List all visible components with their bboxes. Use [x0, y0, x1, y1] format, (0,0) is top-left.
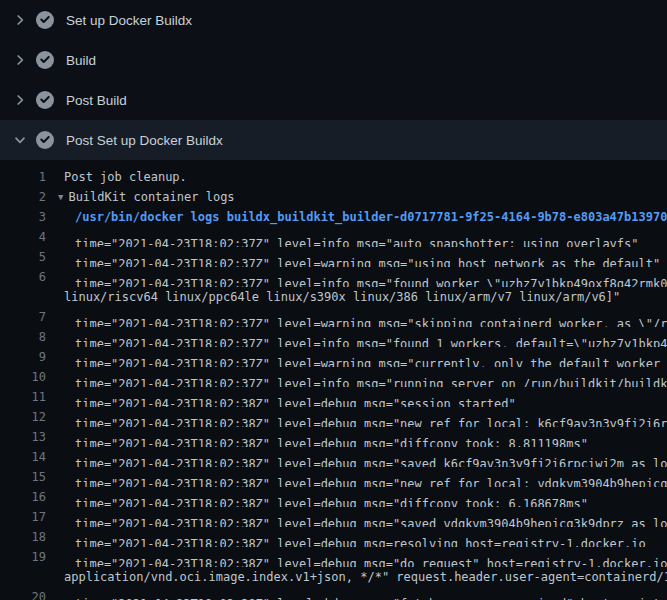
step-row-build[interactable]: Build	[0, 40, 667, 80]
step-label: Post Build	[66, 93, 127, 108]
log-text: time="2021-04-23T18:02:38Z" level=debug …	[46, 547, 667, 567]
log-line: 1Post job cleanup.	[0, 167, 667, 187]
line-number[interactable]: 5	[0, 247, 46, 267]
log-text: time="2021-04-23T18:02:37Z" level=info m…	[46, 327, 667, 347]
log-text: time="2021-04-23T18:02:38Z" level=debug …	[46, 507, 667, 527]
log-line: 14time="2021-04-23T18:02:38Z" level=debu…	[0, 447, 667, 467]
chevron-right-icon[interactable]	[12, 52, 28, 68]
log-line: 4time="2021-04-23T18:02:37Z" level=info …	[0, 227, 667, 247]
log-text: application/vnd.oci.image.index.v1+json,…	[46, 567, 667, 587]
log-line: 3/usr/bin/docker logs buildx_buildkit_bu…	[0, 207, 667, 227]
line-number[interactable]: 15	[0, 467, 46, 487]
log-text: time="2021-04-23T18:02:38Z" level=debug …	[46, 387, 516, 407]
step-list: Set up Docker BuildxBuildPost BuildPost …	[0, 0, 667, 160]
step-row-post-set-up-docker-buildx[interactable]: Post Set up Docker Buildx	[0, 120, 667, 160]
line-number	[0, 287, 46, 307]
line-number[interactable]: 4	[0, 227, 46, 247]
command-text: /usr/bin/docker logs buildx_buildkit_bui…	[46, 207, 667, 227]
log-line: 15time="2021-04-23T18:02:38Z" level=debu…	[0, 467, 667, 487]
log-line: 20time="2021-04-23T18:02:38Z" level=debu…	[0, 587, 667, 600]
log-text: time="2021-04-23T18:02:37Z" level=info m…	[46, 367, 667, 387]
line-number[interactable]: 10	[0, 367, 46, 387]
log-text: time="2021-04-23T18:02:37Z" level=warnin…	[46, 347, 667, 367]
log-text: time="2021-04-23T18:02:38Z" level=debug …	[46, 427, 588, 447]
check-circle-icon	[36, 51, 54, 69]
chevron-right-icon[interactable]	[12, 12, 28, 28]
log-line: 12time="2021-04-23T18:02:38Z" level=debu…	[0, 407, 667, 427]
log-panel: 1Post job cleanup.2▼BuildKit container l…	[0, 160, 667, 600]
line-number	[0, 567, 46, 587]
log-line: 5time="2021-04-23T18:02:37Z" level=warni…	[0, 247, 667, 267]
log-text: time="2021-04-23T18:02:38Z" level=debug …	[46, 487, 588, 507]
chevron-down-icon[interactable]	[12, 132, 28, 148]
line-number[interactable]: 17	[0, 507, 46, 527]
log-text: time="2021-04-23T18:02:37Z" level=info m…	[46, 267, 667, 287]
log-line: 6time="2021-04-23T18:02:37Z" level=info …	[0, 267, 667, 287]
log-line: 16time="2021-04-23T18:02:38Z" level=debu…	[0, 487, 667, 507]
step-row-set-up-docker-buildx[interactable]: Set up Docker Buildx	[0, 0, 667, 40]
step-label: Set up Docker Buildx	[66, 13, 192, 28]
log-line: 8time="2021-04-23T18:02:37Z" level=info …	[0, 327, 667, 347]
check-circle-icon	[36, 11, 54, 29]
line-number[interactable]: 3	[0, 207, 46, 227]
log-text: time="2021-04-23T18:02:38Z" level=debug …	[46, 467, 667, 487]
log-line: 2▼BuildKit container logs	[0, 187, 667, 207]
log-line-continuation: application/vnd.oci.image.index.v1+json,…	[0, 567, 667, 587]
line-number[interactable]: 14	[0, 447, 46, 467]
log-line: 9time="2021-04-23T18:02:37Z" level=warni…	[0, 347, 667, 367]
log-line: 18time="2021-04-23T18:02:38Z" level=debu…	[0, 527, 667, 547]
line-number[interactable]: 6	[0, 267, 46, 287]
collapse-triangle-icon: ▼	[58, 187, 63, 207]
line-number[interactable]: 20	[0, 587, 46, 600]
log-line-continuation: linux/riscv64 linux/ppc64le linux/s390x …	[0, 287, 667, 307]
log-text: Post job cleanup.	[46, 167, 187, 187]
actions-job-log-viewer: Set up Docker BuildxBuildPost BuildPost …	[0, 0, 667, 600]
log-line: 7time="2021-04-23T18:02:37Z" level=warni…	[0, 307, 667, 327]
log-line: 10time="2021-04-23T18:02:37Z" level=info…	[0, 367, 667, 387]
check-circle-icon	[36, 91, 54, 109]
log-text: time="2021-04-23T18:02:37Z" level=warnin…	[46, 247, 660, 267]
log-text: time="2021-04-23T18:02:38Z" level=debug …	[46, 447, 667, 467]
line-number[interactable]: 8	[0, 327, 46, 347]
check-circle-icon	[36, 131, 54, 149]
step-row-post-build[interactable]: Post Build	[0, 80, 667, 120]
line-number[interactable]: 19	[0, 547, 46, 567]
line-number[interactable]: 18	[0, 527, 46, 547]
step-label: Post Set up Docker Buildx	[66, 133, 223, 148]
line-number[interactable]: 1	[0, 167, 46, 187]
log-line: 17time="2021-04-23T18:02:38Z" level=debu…	[0, 507, 667, 527]
log-line: 13time="2021-04-23T18:02:38Z" level=debu…	[0, 427, 667, 447]
log-text: linux/riscv64 linux/ppc64le linux/s390x …	[46, 287, 620, 307]
log-text: time="2021-04-23T18:02:38Z" level=debug …	[46, 527, 646, 547]
log-line: 19time="2021-04-23T18:02:38Z" level=debu…	[0, 547, 667, 567]
line-number[interactable]: 11	[0, 387, 46, 407]
line-number[interactable]: 9	[0, 347, 46, 367]
line-number[interactable]: 2	[0, 187, 46, 207]
line-number[interactable]: 12	[0, 407, 46, 427]
line-number[interactable]: 16	[0, 487, 46, 507]
chevron-right-icon[interactable]	[12, 92, 28, 108]
log-text: time="2021-04-23T18:02:38Z" level=debug …	[46, 587, 667, 600]
step-label: Build	[66, 53, 96, 68]
log-text: time="2021-04-23T18:02:37Z" level=warnin…	[46, 307, 667, 327]
line-number[interactable]: 13	[0, 427, 46, 447]
line-number[interactable]: 7	[0, 307, 46, 327]
log-line: 11time="2021-04-23T18:02:38Z" level=debu…	[0, 387, 667, 407]
log-group-toggle[interactable]: ▼BuildKit container logs	[46, 187, 235, 207]
log-text: time="2021-04-23T18:02:37Z" level=info m…	[46, 227, 639, 247]
log-text: time="2021-04-23T18:02:38Z" level=debug …	[46, 407, 667, 427]
